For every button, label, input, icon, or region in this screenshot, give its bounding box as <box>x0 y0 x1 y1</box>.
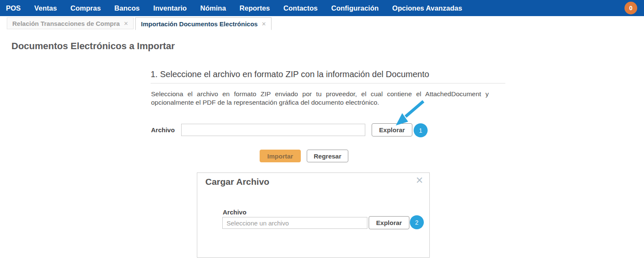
menu-item-reportes[interactable]: Reportes <box>240 4 270 12</box>
archivo-label: Archivo <box>151 126 181 134</box>
form-actions: Importar Regresar <box>260 150 348 162</box>
step-description: Selecciona el archivo en formato ZIP env… <box>151 90 489 107</box>
menu-item-inventario[interactable]: Inventario <box>153 4 187 12</box>
archivo-input[interactable] <box>181 124 365 136</box>
regresar-button[interactable]: Regresar <box>307 150 348 162</box>
tab-close-icon[interactable]: ✕ <box>261 21 266 27</box>
modal-archivo-label: Archivo <box>223 209 246 216</box>
main-menu: POS Ventas Compras Bancos Inventario Nóm… <box>6 4 462 12</box>
menu-item-contactos[interactable]: Contactos <box>283 4 318 12</box>
tab-label: Relación Transacciones de Compra <box>12 20 120 27</box>
modal-archivo-input[interactable] <box>222 217 367 229</box>
menu-item-bancos[interactable]: Bancos <box>115 4 140 12</box>
step-2-badge: 2 <box>410 215 424 229</box>
main-content: Documentos Electrónicos a Importar 1. Se… <box>0 30 644 267</box>
tab-relacion-transacciones-compra[interactable]: Relación Transacciones de Compra ✕ <box>7 17 134 29</box>
menu-item-ventas[interactable]: Ventas <box>34 4 57 12</box>
modal-explorar-button[interactable]: Explorar <box>369 216 409 229</box>
tab-close-icon[interactable]: ✕ <box>123 20 128 27</box>
archivo-field-row: Archivo 1 Explorar <box>151 123 412 136</box>
menu-item-compras[interactable]: Compras <box>70 4 101 12</box>
menu-item-configuracion[interactable]: Configuración <box>331 4 379 12</box>
page-title: Documentos Electrónicos a Importar <box>11 41 175 52</box>
pointer-arrow-icon <box>392 99 427 128</box>
top-navbar: POS Ventas Compras Bancos Inventario Nóm… <box>0 0 644 16</box>
step-heading: 1. Seleccione el archivo en formato ZIP … <box>151 70 505 83</box>
tab-bar: Relación Transacciones de Compra ✕ Impor… <box>0 16 644 30</box>
tab-label: Importación Documentos Electrónicos <box>141 20 258 28</box>
menu-item-nomina[interactable]: Nómina <box>200 4 226 12</box>
tab-importacion-documentos-electronicos[interactable]: Importación Documentos Electrónicos ✕ <box>135 17 272 30</box>
cargar-archivo-modal: Cargar Archivo ✕ Archivo 2 Explorar <box>197 172 430 258</box>
notification-badge[interactable]: 0 <box>624 2 637 14</box>
modal-title: Cargar Archivo <box>205 177 269 187</box>
close-icon[interactable]: ✕ <box>416 175 423 186</box>
menu-item-pos[interactable]: POS <box>6 4 21 12</box>
menu-item-opciones-avanzadas[interactable]: Opciones Avanzadas <box>392 4 462 12</box>
importar-button[interactable]: Importar <box>260 150 301 162</box>
